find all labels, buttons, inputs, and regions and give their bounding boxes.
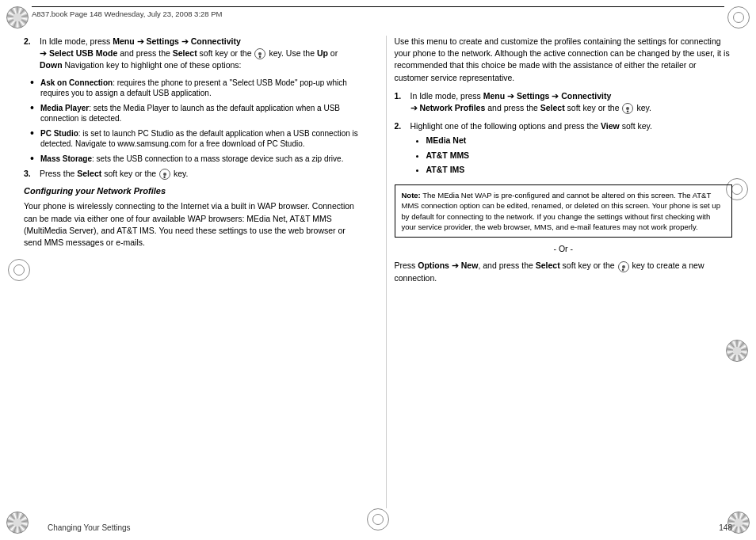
footer-page-number: 148 xyxy=(719,523,732,532)
bullet-text-4: Mass Storage: sets the USB connection to… xyxy=(40,154,362,165)
or-new: New xyxy=(461,260,479,270)
bullet-item-3: • PC Studio: is set to launch PC Studio … xyxy=(30,128,362,150)
bullet-dot-1: • xyxy=(30,77,36,99)
bullet-dot-3: • xyxy=(30,127,36,150)
r-step1-netprofiles: Network Profiles xyxy=(419,103,485,112)
step2-settings: Settings xyxy=(146,36,178,46)
bullet-label-3: PC Studio xyxy=(40,129,78,138)
r-step1-menu: Menu xyxy=(483,91,505,101)
bullet-dot-2: • xyxy=(30,102,36,124)
page-header: A837.book Page 148 Wednesday, July 23, 2… xyxy=(32,6,724,18)
right-step2-list: MEdia Net AT&T MMS AT&T IMS xyxy=(426,135,733,176)
r-step1-conn: Connectivity xyxy=(561,91,611,101)
footer-left-text: Changing Your Settings xyxy=(48,523,131,532)
r-step2-view: View xyxy=(601,121,620,131)
step2-connectivity: Connectivity xyxy=(191,36,241,46)
header-text: A837.book Page 148 Wednesday, July 23, 2… xyxy=(32,10,222,18)
or-para: Press Options ➔ New, and press the Selec… xyxy=(395,260,733,283)
or-options: Options xyxy=(418,260,449,270)
right-step-1-item: 1. In Idle mode, press Menu ➔ Settings ➔… xyxy=(395,90,733,114)
step2-down: Down xyxy=(40,60,63,70)
bullet-item-4: • Mass Storage: sets the USB connection … xyxy=(30,154,362,165)
step2-select: Select xyxy=(173,48,197,58)
bullet-label-2: Media Player xyxy=(40,104,89,112)
right-bullet-1: MEdia Net xyxy=(426,135,733,146)
bullet-text-2: Media Player: sets the Media Player to l… xyxy=(40,103,362,124)
r-step1-settings: Settings xyxy=(517,91,549,101)
step3-select: Select xyxy=(77,169,101,178)
step-3-content: Press the Select soft key or the key. xyxy=(40,168,362,180)
right-column: Use this menu to create and customize th… xyxy=(386,36,733,508)
corner-tr-decoration xyxy=(727,6,750,29)
bullet-item-1: • Ask on Connection: requires the phone … xyxy=(30,78,362,99)
step-3-number: 3. xyxy=(24,168,35,180)
step2-bullet-list: • Ask on Connection: requires the phone … xyxy=(30,78,362,165)
bullet-dot-4: • xyxy=(30,153,36,165)
bullet-text-1: Ask on Connection: requires the phone to… xyxy=(40,78,362,99)
step2-menu: Menu xyxy=(113,36,134,46)
nav-key-icon-4 xyxy=(618,261,629,272)
or-separator: - Or - xyxy=(395,244,733,253)
step2-select-usb: Select USB Mode xyxy=(49,48,117,58)
step2-intro: In Idle mode, press Menu ➔ Settings ➔ Co… xyxy=(40,36,338,70)
bullet-item-2: • Media Player: sets the Media Player to… xyxy=(30,103,362,124)
right-bullet-1-text: MEdia Net xyxy=(426,135,467,145)
circle-icon-tr xyxy=(727,6,750,29)
note-text: The MEdia Net WAP is pre-configured and … xyxy=(402,191,720,231)
step-2-item: 2. In Idle mode, press Menu ➔ Settings ➔… xyxy=(24,36,362,71)
right-step-2-item: 2. Highlight one of the following option… xyxy=(395,120,733,178)
sun-icon-tl xyxy=(6,6,29,29)
right-step-2-content: Highlight one of the following options a… xyxy=(410,120,733,178)
nav-key-icon-3 xyxy=(622,103,633,114)
nav-key-icon-1 xyxy=(254,48,265,59)
step-2-number: 2. xyxy=(24,36,35,71)
nav-key-icon-2 xyxy=(159,169,170,180)
step-2-content: In Idle mode, press Menu ➔ Settings ➔ Co… xyxy=(40,36,362,71)
step-3-item: 3. Press the Select soft key or the key. xyxy=(24,168,362,180)
right-step-2-number: 2. xyxy=(395,120,406,178)
note-box: Note: The MEdia Net WAP is pre-configure… xyxy=(395,184,733,238)
section-heading: Configuring your Network Profiles xyxy=(24,186,362,196)
or-select: Select xyxy=(536,260,560,270)
corner-tl-decoration xyxy=(6,6,29,29)
r-step1-select: Select xyxy=(540,103,565,112)
content-area: 2. In Idle mode, press Menu ➔ Settings ➔… xyxy=(24,36,732,508)
right-step-1-content: In Idle mode, press Menu ➔ Settings ➔ Co… xyxy=(410,90,733,114)
note-label: Note: xyxy=(402,191,421,200)
left-column: 2. In Idle mode, press Menu ➔ Settings ➔… xyxy=(24,36,370,508)
bullet-label-4: Mass Storage xyxy=(40,154,92,163)
body-para: Your phone is wirelessly connecting to t… xyxy=(24,200,362,249)
bullet-text-3: PC Studio: is set to launch PC Studio as… xyxy=(40,128,362,150)
right-step-1-number: 1. xyxy=(395,90,406,114)
step2-up: Up xyxy=(317,48,328,58)
page-footer: Changing Your Settings 148 xyxy=(24,523,732,532)
page-container: A837.book Page 148 Wednesday, July 23, 2… xyxy=(0,0,756,540)
bullet-label-1: Ask on Connection xyxy=(40,78,113,87)
right-bullet-2-text: AT&T MMS xyxy=(426,150,470,160)
right-intro-para: Use this menu to create and customize th… xyxy=(395,36,733,84)
right-bullet-3-text: AT&T IMS xyxy=(426,165,465,174)
right-bullet-3: AT&T IMS xyxy=(426,164,733,176)
right-bullet-2: AT&T MMS xyxy=(426,150,733,162)
